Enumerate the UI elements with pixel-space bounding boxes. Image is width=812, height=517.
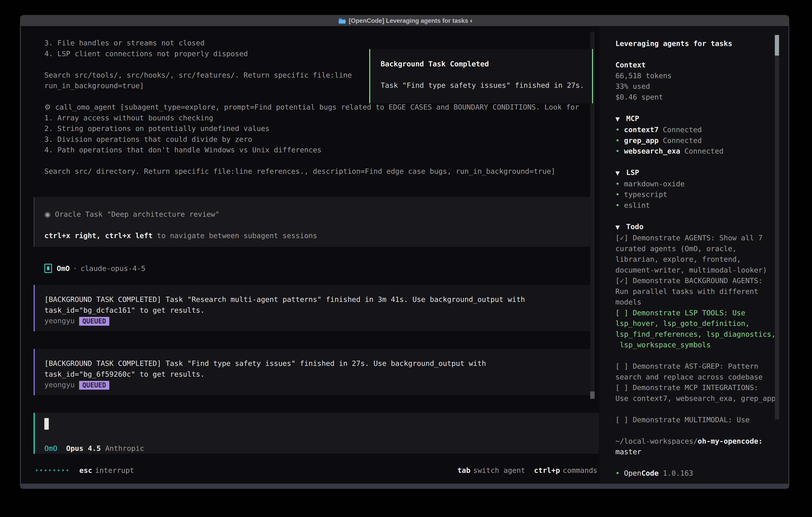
input-agent-label: OmO xyxy=(45,444,57,453)
todo-item: [ ] Demonstrate LSP TOOLS: Use lsp_hover… xyxy=(615,307,781,350)
tab-key-hint: tab xyxy=(457,466,470,474)
fisheye-icon: ◉ xyxy=(45,210,51,218)
spinner-dots-icon xyxy=(36,469,68,471)
task-user: yeongyu xyxy=(45,381,75,389)
notification-title: Background Task Completed xyxy=(381,59,592,70)
agent-header: OmO · claude-opus-4-5 xyxy=(45,263,145,274)
output-line: 4. Path operations that don't handle Win… xyxy=(45,144,579,155)
agent-name: OmO xyxy=(57,264,70,272)
screen: [OpenCode] Leveraging agents for tasks ◐… xyxy=(0,0,812,517)
context-section: Context 66,518 tokens 33% used $0.46 spe… xyxy=(615,60,781,102)
status-bar-right: tab switch agent ctrl+p commands xyxy=(457,465,598,475)
main-scrollbar-thumb[interactable] xyxy=(590,391,594,399)
todo-heading-row[interactable]: ▼Todo xyxy=(615,221,781,233)
workspace-branch: master xyxy=(615,446,781,457)
oracle-task-panel: ◉ Oracle Task "Deep architecture review"… xyxy=(34,197,592,247)
lsp-section: ▼LSP •markdown-oxide •typescript •eslint xyxy=(615,167,781,211)
context-heading: Context xyxy=(615,60,781,71)
gear-icon: ⚙ xyxy=(45,103,51,111)
output-line: 1. Array access without bounds checking xyxy=(45,113,579,124)
todo-item: [ ] Demonstrate AST-GREP: Pattern search… xyxy=(615,361,781,382)
bullet-icon: • xyxy=(615,189,624,200)
lsp-item: •eslint xyxy=(615,200,781,211)
session-title: Leveraging agents for tasks xyxy=(615,38,781,49)
output-line: Search src/ directory. Return specific f… xyxy=(45,166,579,177)
mcp-heading-row[interactable]: ▼MCP xyxy=(615,113,781,125)
task-meta: yeongyuQUEUED xyxy=(45,379,592,390)
bullet-icon: • xyxy=(615,146,624,157)
bullet-icon: • xyxy=(615,468,624,479)
tool-call-text: call_omo_agent [subagent_type=explore, p… xyxy=(51,103,579,111)
workspace-path-row: ~/local-workspaces/oh-my-opencode: xyxy=(615,436,781,446)
status-bar-left: esc interrupt xyxy=(36,465,134,475)
task-block: [BACKGROUND TASK COMPLETED] Task "Resear… xyxy=(34,285,592,331)
mcp-item: •context7Connected xyxy=(615,124,781,135)
window-title-group: [OpenCode] Leveraging agents for tasks ◐ xyxy=(338,15,473,26)
status-badge: QUEUED xyxy=(79,381,109,390)
todo-section: ▼Todo [✓] Demonstrate AGENTS: Show all 7… xyxy=(615,221,781,425)
sidebar-scrollbar[interactable] xyxy=(775,35,779,419)
version-section: •OpenCode1.0.163 xyxy=(615,468,781,479)
agent-icon xyxy=(45,264,52,273)
prompt-input[interactable]: OmO Opus 4.5 Anthropic xyxy=(34,413,599,454)
context-spent: $0.46 spent xyxy=(615,92,781,103)
todo-heading: Todo xyxy=(626,222,644,231)
chevron-down-icon: ▼ xyxy=(615,114,626,125)
notification-body: Task "Find type safety issues" finished … xyxy=(381,80,592,91)
todo-item: [ ] Demonstrate MCP INTEGRATIONS: Use co… xyxy=(615,382,781,404)
sidebar: Leveraging agents for tasks Context 66,5… xyxy=(615,38,781,489)
output-line: 3. File handles or streams not closed xyxy=(45,37,579,48)
input-model-label: Opus 4.5 xyxy=(66,444,101,453)
version-row: •OpenCode1.0.163 xyxy=(615,468,781,479)
sidebar-scrollbar-thumb[interactable] xyxy=(775,35,779,56)
input-provider-label: Anthropic xyxy=(105,444,144,453)
todo-item: [✓] Demonstrate AGENTS: Show all 7 curat… xyxy=(615,233,781,275)
mcp-section: ▼MCP •context7Connected •grep_appConnect… xyxy=(615,113,781,157)
chevron-down-icon: ▼ xyxy=(615,168,626,179)
task-line2: task_id="bg_dcfac161" to get results. xyxy=(45,305,592,316)
mcp-item: •grep_appConnected xyxy=(615,135,781,146)
oracle-title-line: ◉ Oracle Task "Deep architecture review" xyxy=(45,209,592,220)
window-title: [OpenCode] Leveraging agents for tasks ◐ xyxy=(349,17,473,24)
bullet-icon: • xyxy=(615,179,624,189)
oracle-hint-rest: to navigate between subagent sessions xyxy=(153,232,317,240)
task-line2: task_id="bg_6f59260c" to get results. xyxy=(45,369,592,380)
context-used: 33% used xyxy=(615,81,781,92)
notification-toast: Background Task Completed Task "Find typ… xyxy=(369,49,593,103)
output-line: 3. Division operations that could divide… xyxy=(45,134,579,145)
mcp-item: •websearch_exaConnected xyxy=(615,146,781,157)
task-line1: [BACKGROUND TASK COMPLETED] Task "Resear… xyxy=(45,294,592,305)
mcp-heading: MCP xyxy=(626,114,639,123)
bullet-icon: • xyxy=(615,135,624,146)
session-title-section: Leveraging agents for tasks xyxy=(615,38,781,49)
workspace-section: ~/local-workspaces/oh-my-opencode: maste… xyxy=(615,436,781,457)
lsp-item: •markdown-oxide xyxy=(615,179,781,189)
tab-key-label: switch agent xyxy=(473,466,525,474)
esc-key-hint: esc xyxy=(79,466,92,474)
oracle-hint-keys: ctrl+x right, ctrl+x left xyxy=(45,232,153,240)
bullet-icon: • xyxy=(615,200,624,211)
lsp-heading-row[interactable]: ▼LSP xyxy=(615,167,781,179)
text-cursor xyxy=(45,418,49,430)
oracle-title: Oracle Task "Deep architecture review" xyxy=(51,210,220,218)
ctrlp-key-label: commands xyxy=(563,466,598,474)
chevron-down-icon: ▼ xyxy=(615,222,626,233)
agent-separator: · xyxy=(73,264,77,272)
task-user: yeongyu xyxy=(45,317,75,325)
lsp-item: •typescript xyxy=(615,189,781,200)
agent-model: claude-opus-4-5 xyxy=(81,264,145,272)
tool-call-line: ⚙ call_omo_agent [subagent_type=explore,… xyxy=(45,102,579,113)
output-line: 2. String operations on potentially unde… xyxy=(45,123,579,134)
bullet-icon: • xyxy=(615,124,624,135)
context-tokens: 66,518 tokens xyxy=(615,71,781,81)
model-row: OmO Opus 4.5 Anthropic xyxy=(45,443,144,454)
todo-item: [ ] Demonstrate MULTIMODAL: Use xyxy=(615,414,781,425)
task-block: [BACKGROUND TASK COMPLETED] Task "Find t… xyxy=(34,349,592,395)
status-badge: QUEUED xyxy=(79,317,109,326)
ctrlp-key-hint: ctrl+p xyxy=(534,466,560,474)
folder-icon xyxy=(338,18,346,24)
oracle-hint: ctrl+x right, ctrl+x left to navigate be… xyxy=(45,230,592,241)
task-meta: yeongyuQUEUED xyxy=(45,316,592,326)
todo-item: [✓] Demonstrate BACKGROUND AGENTS: Run p… xyxy=(615,275,781,307)
lsp-heading: LSP xyxy=(626,168,639,176)
